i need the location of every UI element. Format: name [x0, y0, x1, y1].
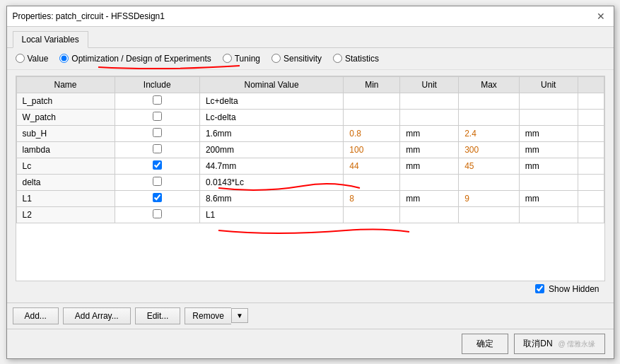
- radio-optimization-input[interactable]: [59, 54, 69, 63]
- cell-include[interactable]: [115, 190, 199, 206]
- cell-max: [459, 109, 520, 125]
- col-header-nominal: Nominal Value: [199, 76, 343, 93]
- cell-max: [459, 206, 520, 223]
- cell-extra: [578, 141, 604, 158]
- table-row: sub_H 1.6mm 0.8 mm 2.4 mm: [16, 125, 604, 141]
- table-row: Lc 44.7mm 44 mm 45 mm: [16, 158, 604, 174]
- close-button[interactable]: ✕: [594, 9, 608, 23]
- radio-statistics[interactable]: Statistics: [333, 54, 379, 64]
- main-content: Name Include Nominal Value Min Unit Max …: [7, 70, 614, 303]
- remove-dropdown-arrow[interactable]: ▼: [231, 308, 248, 323]
- col-header-unit1: Unit: [400, 76, 459, 93]
- col-header-include: Include: [115, 76, 199, 93]
- cell-name: sub_H: [16, 125, 115, 141]
- show-hidden-label: Show Hidden: [549, 284, 599, 294]
- cell-unit1: mm: [400, 190, 459, 206]
- cell-include[interactable]: [115, 125, 199, 141]
- cell-name: L1: [16, 190, 115, 206]
- cell-include[interactable]: [115, 206, 199, 223]
- radio-statistics-input[interactable]: [333, 54, 342, 63]
- radio-optimization[interactable]: Optimization / Design of Experiments: [59, 54, 211, 64]
- radio-tuning[interactable]: Tuning: [223, 54, 260, 64]
- cell-nominal: 1.6mm: [199, 125, 343, 141]
- include-checkbox[interactable]: [153, 193, 162, 202]
- cell-min: 100: [344, 141, 400, 158]
- show-hidden-row: Show Hidden: [16, 281, 605, 297]
- cell-min: [344, 93, 400, 109]
- cell-extra: [578, 109, 604, 125]
- cell-unit1: [400, 109, 459, 125]
- cell-min: 8: [344, 190, 400, 206]
- cell-extra: [578, 190, 604, 206]
- cell-extra: [578, 125, 604, 141]
- cell-min: 44: [344, 158, 400, 174]
- cell-include[interactable]: [115, 93, 199, 109]
- cell-min: 0.8: [344, 125, 400, 141]
- radio-tuning-input[interactable]: [223, 54, 232, 63]
- cell-unit2: [519, 109, 578, 125]
- add-button[interactable]: Add...: [13, 307, 59, 324]
- table-row: lambda 200mm 100 mm 300 mm: [16, 141, 604, 158]
- include-checkbox[interactable]: [153, 128, 162, 137]
- cell-name: lambda: [16, 141, 115, 158]
- ok-button[interactable]: 确定: [462, 334, 508, 354]
- cell-include[interactable]: [115, 109, 199, 125]
- cell-max: [459, 93, 520, 109]
- cell-include[interactable]: [115, 158, 199, 174]
- title-bar: Properties: patch_circuit - HFSSDesign1 …: [7, 6, 614, 27]
- radio-sensitivity-input[interactable]: [271, 54, 281, 63]
- cell-nominal: Lc-delta: [199, 109, 343, 125]
- cell-name: Lc: [16, 158, 115, 174]
- radio-row: Value Optimization / Design of Experimen…: [7, 48, 614, 70]
- cell-unit2: [519, 174, 578, 190]
- include-checkbox[interactable]: [153, 209, 162, 218]
- cell-unit2: [519, 93, 578, 109]
- include-checkbox[interactable]: [153, 144, 162, 153]
- cell-unit2: [519, 206, 578, 223]
- tab-local-variables[interactable]: Local Variables: [13, 31, 88, 48]
- cell-min: [344, 109, 400, 125]
- button-row: Add... Add Array... Edit... Remove ▼: [7, 303, 614, 329]
- radio-sensitivity[interactable]: Sensitivity: [271, 54, 322, 64]
- cell-max: 45: [459, 158, 520, 174]
- cell-nominal: 44.7mm: [199, 158, 343, 174]
- table-row: W_patch Lc-delta: [16, 109, 604, 125]
- table-row: L_patch Lc+delta: [16, 93, 604, 109]
- include-checkbox[interactable]: [153, 177, 162, 186]
- include-checkbox[interactable]: [153, 160, 162, 170]
- cancel-button[interactable]: 取消DN@ 儒雅永缘: [514, 334, 604, 354]
- cell-nominal: 200mm: [199, 141, 343, 158]
- col-header-unit2: Unit: [519, 76, 578, 93]
- cell-unit2: mm: [519, 141, 578, 158]
- radio-value-input[interactable]: [16, 54, 25, 63]
- cell-unit2: mm: [519, 190, 578, 206]
- cell-name: W_patch: [16, 109, 115, 125]
- cell-name: delta: [16, 174, 115, 190]
- cell-include[interactable]: [115, 174, 199, 190]
- cell-unit2: mm: [519, 125, 578, 141]
- edit-button[interactable]: Edit...: [135, 307, 181, 324]
- cell-include[interactable]: [115, 141, 199, 158]
- cell-unit2: mm: [519, 158, 578, 174]
- table-container: Name Include Nominal Value Min Unit Max …: [16, 76, 605, 281]
- cell-unit1: mm: [400, 158, 459, 174]
- cell-nominal: L1: [199, 206, 343, 223]
- cell-min: [344, 206, 400, 223]
- remove-button[interactable]: Remove: [185, 307, 231, 324]
- add-array-button[interactable]: Add Array...: [63, 307, 131, 324]
- cell-name: L_patch: [16, 93, 115, 109]
- table-row: L1 8.6mm 8 mm 9 mm: [16, 190, 604, 206]
- radio-value[interactable]: Value: [16, 54, 49, 64]
- cell-min: [344, 174, 400, 190]
- table-row: L2 L1: [16, 206, 604, 223]
- show-hidden-checkbox[interactable]: [535, 284, 544, 293]
- ok-cancel-row: 确定 取消DN@ 儒雅永缘: [7, 329, 614, 358]
- cell-extra: [578, 206, 604, 223]
- cell-max: [459, 174, 520, 190]
- col-header-max: Max: [459, 76, 520, 93]
- dialog-title: Properties: patch_circuit - HFSSDesign1: [13, 11, 165, 21]
- variables-table: Name Include Nominal Value Min Unit Max …: [16, 76, 604, 223]
- include-checkbox[interactable]: [153, 112, 162, 121]
- cell-unit1: [400, 174, 459, 190]
- include-checkbox[interactable]: [153, 95, 162, 105]
